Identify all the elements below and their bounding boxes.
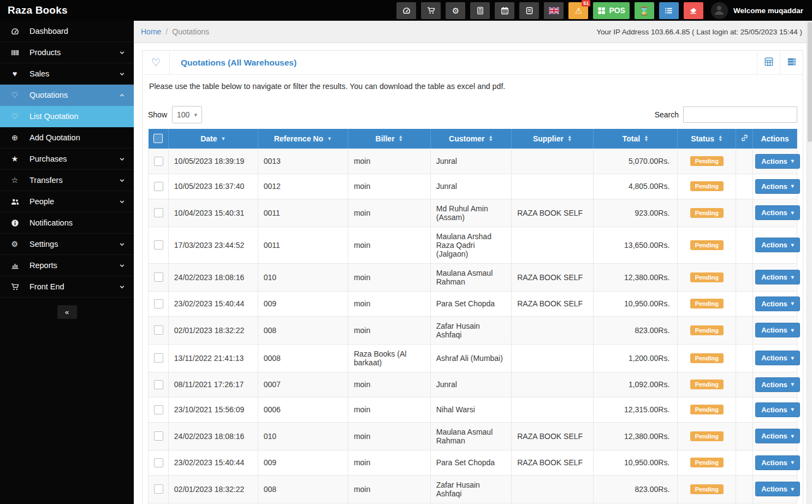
col-header-actions[interactable]: Actions: [753, 129, 797, 149]
topbar-language-button[interactable]: [544, 2, 564, 19]
cell-checkbox: [149, 372, 169, 397]
actions-button[interactable]: Actions▾: [755, 179, 800, 194]
row-checkbox[interactable]: [154, 325, 163, 335]
cell-customer: Para Set Chopda: [430, 291, 512, 316]
sidebar-collapse-button[interactable]: «: [57, 305, 77, 319]
topbar-pending-sales-button[interactable]: ⌛: [635, 2, 654, 19]
gear-icon: ⚙: [0, 240, 29, 248]
sidebar-item-quotations[interactable]: ♡Quotations: [0, 85, 134, 106]
topbar-calculator-button[interactable]: [470, 2, 490, 19]
col-header-reference_no[interactable]: Reference No▼: [258, 129, 348, 149]
sidebar-item-products[interactable]: Products: [0, 42, 134, 63]
cell-actions: Actions▾: [753, 397, 797, 422]
topbar-clear-cache-button[interactable]: [684, 2, 703, 19]
cell-actions: Actions▾: [753, 372, 797, 397]
sidebar-item-reports[interactable]: Reports: [0, 255, 134, 276]
table-controls: Show 100 ▾ Search: [143, 99, 803, 129]
actions-button[interactable]: Actions▾: [755, 270, 800, 284]
col-header-attachment[interactable]: [736, 129, 753, 149]
sidebar-item-sales[interactable]: ♥Sales: [0, 63, 134, 85]
cell-customer: Junral: [430, 174, 512, 199]
cell-supplier: [512, 397, 594, 422]
scrollbar-thumb[interactable]: [808, 22, 812, 142]
app-logo[interactable]: Raza Books: [0, 4, 134, 16]
scrollbar[interactable]: [807, 21, 812, 504]
cell-attachment: [736, 422, 753, 450]
notification-badge: 51: [582, 0, 590, 7]
actions-button[interactable]: Actions▾: [755, 377, 800, 392]
row-checkbox[interactable]: [154, 182, 163, 191]
col-header-date[interactable]: Date▼: [168, 129, 258, 149]
actions-button[interactable]: Actions▾: [755, 205, 800, 220]
row-checkbox[interactable]: [154, 380, 163, 389]
row-checkbox[interactable]: [154, 299, 163, 309]
sidebar-item-list-quotation[interactable]: ♡List Quotation: [0, 106, 134, 127]
actions-button[interactable]: Actions▾: [755, 351, 800, 365]
topbar-pos-button[interactable]: POS: [593, 2, 630, 19]
row-checkbox[interactable]: [154, 458, 163, 467]
row-checkbox[interactable]: [154, 157, 163, 166]
topbar-ledger-button[interactable]: [519, 2, 539, 19]
actions-button[interactable]: Actions▾: [755, 482, 800, 496]
actions-button[interactable]: Actions▾: [755, 429, 800, 443]
topbar-registers-button[interactable]: [659, 2, 679, 19]
sidebar-item-people[interactable]: People: [0, 191, 134, 212]
list-icon: [665, 7, 673, 15]
show-entries-select[interactable]: 100 ▾: [172, 106, 202, 123]
sidebar-item-front-end[interactable]: Front End: [0, 276, 134, 298]
list-view-button[interactable]: [780, 51, 803, 74]
actions-button[interactable]: Actions▾: [755, 297, 800, 311]
actions-button[interactable]: Actions▾: [755, 323, 800, 337]
topbar-sales-button[interactable]: [421, 2, 441, 19]
row-checkbox[interactable]: [154, 272, 163, 282]
row-checkbox[interactable]: [154, 353, 163, 363]
topbar-alerts-button[interactable]: ⚠51: [568, 2, 588, 19]
col-header-status[interactable]: Status▲▼: [678, 129, 736, 149]
calculator-icon: [476, 7, 484, 15]
sidebar-item-purchases[interactable]: ★Purchases: [0, 149, 134, 170]
users-icon: [0, 198, 29, 206]
cell-checkbox: [149, 291, 169, 316]
cell-biller: moin: [348, 174, 430, 199]
actions-button[interactable]: Actions▾: [755, 455, 800, 470]
row-checkbox[interactable]: [154, 208, 163, 217]
topbar-dashboard-button[interactable]: [396, 2, 416, 19]
cell-reference-no: 009: [258, 291, 348, 316]
cell-supplier: [512, 227, 594, 263]
sidebar-item-notifications[interactable]: Notifications: [0, 212, 134, 234]
row-checkbox[interactable]: [154, 405, 163, 414]
sidebar-item-transfers[interactable]: ☆Transfers: [0, 170, 134, 191]
topbar-calendar-button[interactable]: [495, 2, 514, 19]
table-body: 10/05/2023 18:39:190013moinJunral5,070.0…: [149, 149, 797, 504]
actions-button-label: Actions: [761, 182, 787, 191]
cell-customer: Nihal Warsi: [430, 397, 512, 422]
cell-biller: moin: [348, 372, 430, 397]
sidebar-item-add-quotation[interactable]: ⊕Add Quotation: [0, 127, 134, 149]
col-header-biller[interactable]: Biller▲▼: [348, 129, 430, 149]
actions-button[interactable]: Actions▾: [755, 154, 800, 169]
sidebar-item-dashboard[interactable]: Dashboard: [0, 21, 134, 42]
col-header-total[interactable]: Total▲▼: [593, 129, 677, 149]
gear-icon: ⚙: [452, 7, 459, 15]
topbar-system-settings-button[interactable]: ⚙: [446, 2, 465, 19]
sidebar-item-settings[interactable]: ⚙Settings: [0, 234, 134, 255]
actions-button[interactable]: Actions▾: [755, 238, 800, 252]
sidebar-item-label: Settings: [29, 240, 119, 248]
table-view-button[interactable]: [757, 51, 780, 74]
col-header-customer[interactable]: Customer▲▼: [430, 129, 512, 149]
row-checkbox[interactable]: [154, 484, 163, 494]
status-badge: Pending: [690, 272, 724, 282]
cell-biller: moin: [348, 291, 430, 316]
breadcrumb-home-link[interactable]: Home: [141, 27, 161, 36]
breadcrumb: Home / Quotations Your IP Address 103.66…: [134, 21, 812, 43]
row-checkbox[interactable]: [154, 240, 163, 250]
actions-button[interactable]: Actions▾: [755, 402, 800, 417]
search-input[interactable]: [683, 106, 797, 123]
row-checkbox[interactable]: [154, 431, 163, 441]
avatar[interactable]: [711, 2, 728, 19]
cell-supplier: [512, 316, 594, 344]
actions-button-label: Actions: [761, 209, 787, 217]
col-header-supplier[interactable]: Supplier▲▼: [512, 129, 594, 149]
select-all-checkbox[interactable]: [153, 134, 163, 143]
caret-down-icon: ▾: [791, 301, 794, 306]
